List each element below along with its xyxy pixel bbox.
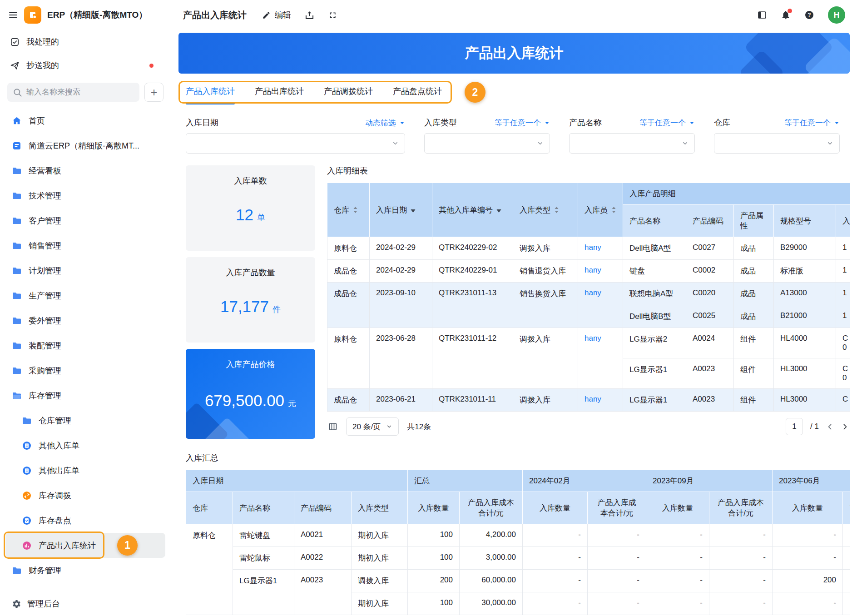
sidebar-item-admin-console[interactable]: 管理后台: [0, 591, 171, 616]
tab-产品入库统计[interactable]: 产品入库统计: [186, 80, 235, 104]
sidebar-item[interactable]: 采购管理: [5, 358, 165, 383]
column-header[interactable]: 其他入库单编号: [432, 183, 513, 237]
column-header[interactable]: 入库日期: [370, 183, 432, 237]
sidebar-item[interactable]: 其他出库单: [5, 458, 165, 483]
sidebar-item[interactable]: 经营看板: [5, 158, 165, 183]
cell: [843, 547, 850, 570]
sidebar-item[interactable]: 库存盘点: [5, 508, 165, 533]
column-header[interactable]: 入库类型: [513, 183, 578, 237]
notification-bell-icon[interactable]: [781, 10, 791, 20]
sidebar-item[interactable]: 首页: [5, 108, 165, 133]
sidebar-item[interactable]: 装配管理: [5, 333, 165, 358]
sidebar-item[interactable]: 其他入库单: [5, 433, 165, 458]
folder-icon: [12, 191, 22, 201]
sidebar-item[interactable]: 库存调拨: [5, 483, 165, 508]
topbar-right: ? H: [757, 6, 845, 24]
filter-operator-dropdown[interactable]: 动态筛选: [365, 118, 405, 128]
panel-toggle-icon[interactable]: [757, 10, 767, 20]
share-icon[interactable]: [305, 10, 314, 20]
cell: 1: [836, 305, 850, 328]
shortcut-label: 抄送我的: [26, 60, 59, 71]
sidebar-item[interactable]: 产品出入库统计1: [5, 533, 165, 558]
shortcut-label: 我处理的: [26, 36, 59, 47]
cell[interactable]: hany: [578, 389, 623, 412]
summary-group-header: 2024年02月: [523, 470, 646, 492]
sidebar-item[interactable]: 仓库管理: [5, 408, 165, 433]
dashboard-row: 入库单数12单入库产品数量17,177件入库产品价格679,500.00元 入库…: [186, 165, 850, 439]
hamburger-menu-icon[interactable]: [8, 10, 18, 20]
cell: LG显示器2: [623, 328, 686, 358]
sidebar-item[interactable]: 计划管理: [5, 258, 165, 283]
sidebar-item[interactable]: 委外管理: [5, 308, 165, 333]
add-app-button[interactable]: +: [144, 83, 163, 102]
sidebar-item-label: 仓库管理: [39, 415, 71, 426]
sidebar-item[interactable]: 销售管理: [5, 233, 165, 258]
cell: 调拨入库: [513, 389, 578, 412]
cell: A0021: [294, 524, 352, 547]
sort-desc-icon: [496, 207, 501, 213]
table-settings-icon[interactable]: [328, 422, 338, 432]
cell: 调拨入库: [513, 328, 578, 389]
sidebar-item[interactable]: 技术管理: [5, 183, 165, 208]
cell: 原料仓: [327, 328, 370, 389]
cell: 100: [408, 592, 460, 615]
sidebar-shortcut-item[interactable]: 我处理的: [0, 30, 171, 54]
avatar[interactable]: H: [828, 6, 845, 24]
tab-产品盘点统计[interactable]: 产品盘点统计: [393, 80, 442, 104]
filter-operator-dropdown[interactable]: 等于任意一个: [784, 118, 840, 128]
edit-button[interactable]: 编辑: [262, 10, 291, 20]
prev-page-icon[interactable]: [826, 423, 834, 431]
cell: -: [588, 524, 646, 547]
table-row[interactable]: 原料仓2023-06-28QTRK231011-12调拨入库hanyLG显示器2…: [327, 328, 850, 358]
column-header[interactable]: 入库员: [578, 183, 623, 237]
cell: LG显示器1: [623, 389, 686, 412]
column-header[interactable]: 仓库: [327, 183, 370, 237]
table-row[interactable]: 雷蛇鼠标A0022期初入库1003,000.00-----: [186, 547, 850, 570]
table-row[interactable]: 成品仓2023-09-10QTRK231011-13销售换货入库hany联想电脑…: [327, 283, 850, 305]
clipboard-icon: [22, 516, 32, 526]
sidebar-item-label: 库存管理: [29, 390, 61, 401]
cell: QTRK231011-13: [432, 283, 513, 328]
fullscreen-icon[interactable]: [328, 10, 337, 20]
table-row[interactable]: 成品仓2023-06-21QTRK231011-11调拨入库hanyLG显示器1…: [327, 389, 850, 412]
filter-operator-dropdown[interactable]: 等于任意一个: [639, 118, 695, 128]
filter-input[interactable]: [714, 133, 840, 154]
tab-产品调拨统计[interactable]: 产品调拨统计: [324, 80, 373, 104]
cell: 期初入库: [352, 592, 408, 615]
table-row[interactable]: LG显示器1A0023调拨入库20060,000.00----200: [186, 570, 850, 592]
cell[interactable]: hany: [578, 283, 623, 328]
cell: -: [709, 524, 773, 547]
sidebar-item-label: 产品出入库统计: [39, 540, 96, 551]
cell: 成品仓: [327, 260, 370, 283]
cell: 联想电脑A型: [623, 283, 686, 305]
sidebar-item-label: 其他出库单: [39, 465, 79, 476]
sidebar-item[interactable]: 生产管理: [5, 283, 165, 308]
help-icon[interactable]: ?: [804, 10, 814, 20]
current-page[interactable]: 1: [786, 418, 803, 435]
detail-table-title: 入库明细表: [327, 165, 850, 176]
sidebar-item[interactable]: 财务管理: [5, 558, 165, 583]
filter-input[interactable]: [569, 133, 695, 154]
table-row[interactable]: 原料仓雷蛇键盘A0021期初入库1004,200.00-----: [186, 524, 850, 547]
sidebar-item[interactable]: 简道云ERP（精细版-离散MT...: [5, 133, 165, 158]
cell[interactable]: hany: [578, 237, 623, 260]
cell: 200: [408, 570, 460, 592]
next-page-icon[interactable]: [841, 423, 849, 431]
sidebar-item[interactable]: 库存管理: [5, 383, 165, 408]
filter-operator-dropdown[interactable]: 等于任意一个: [495, 118, 550, 128]
page-size-select[interactable]: 20 条/页: [346, 417, 399, 436]
cell: C 0: [836, 358, 850, 389]
cell: -: [588, 570, 646, 592]
filter-input[interactable]: [186, 133, 405, 154]
cell[interactable]: hany: [578, 328, 623, 389]
sidebar-shortcut-item[interactable]: 抄送我的: [0, 54, 171, 77]
table-row[interactable]: 原料仓2024-02-29QTRK240229-02调拨入库hanyDell电脑…: [327, 237, 850, 260]
tab-产品出库统计[interactable]: 产品出库统计: [255, 80, 304, 104]
filter-input[interactable]: [424, 133, 550, 154]
cell[interactable]: hany: [578, 260, 623, 283]
cell: 销售退货入库: [513, 260, 578, 283]
table-row[interactable]: 成品仓2024-02-29QTRK240229-01销售退货入库hany键盘C0…: [327, 260, 850, 283]
sidebar-item[interactable]: 客户管理: [5, 208, 165, 233]
sidebar-item-label: 库存盘点: [39, 515, 71, 526]
search-input[interactable]: [26, 88, 134, 97]
